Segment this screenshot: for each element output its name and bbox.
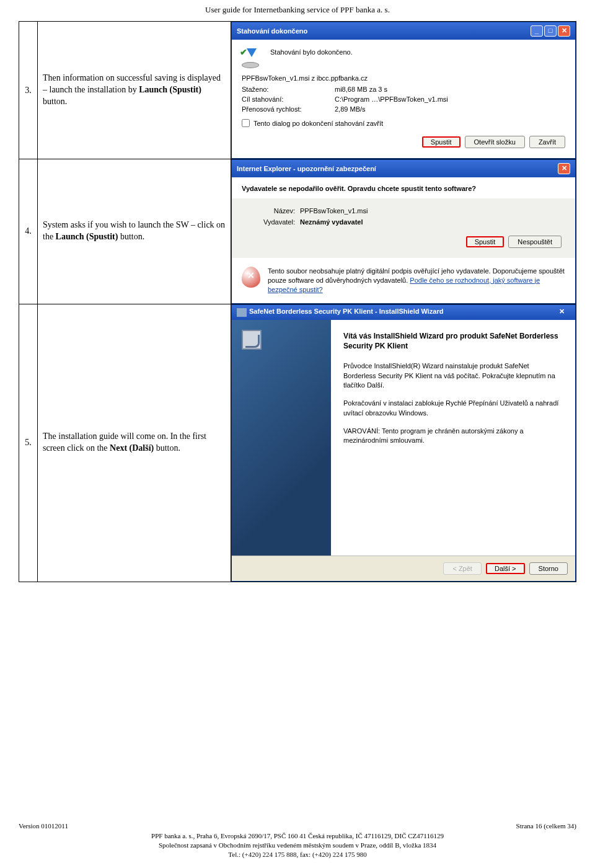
steps-table: 3. Then information on successful saving…	[19, 21, 576, 582]
label-publisher: Vydavatel:	[245, 218, 295, 226]
table-row: 4. System asks if you wish to launch the…	[19, 159, 576, 304]
dialog-title: Internet Explorer - upozornění zabezpeče…	[237, 165, 376, 172]
security-footer-text: Tento soubor neobsahuje platný digitální…	[268, 267, 565, 294]
close-icon[interactable]: ✕	[558, 163, 570, 174]
table-row: 3. Then information on successful saving…	[19, 22, 576, 159]
value-speed: 2,89 MB/s	[335, 105, 565, 113]
step-desc: System asks if you wish to launch the SW…	[38, 159, 231, 304]
download-done-message: Stahování bylo dokončeno.	[270, 48, 353, 56]
installer-icon	[237, 308, 247, 317]
footer-line: Společnost zapsaná v Obchodním rejstříku…	[0, 841, 595, 850]
close-dialog-checkbox-row[interactable]: Tento dialog po dokončení stahování zavř…	[242, 119, 565, 127]
download-complete-dialog: Stahování dokončeno _ □ ✕ ✔ Stahování by…	[231, 22, 576, 159]
next-button[interactable]: Další >	[486, 563, 525, 574]
wizard-warning: VAROVÁNÍ: Tento program je chráněn autor…	[343, 427, 563, 446]
step-screenshot: SafeNet Borderless Security PK Klient - …	[231, 304, 576, 582]
close-icon[interactable]: ✕	[558, 25, 570, 37]
back-button: < Zpět	[443, 562, 482, 575]
dialog-titlebar: Internet Explorer - upozornění zabezpeče…	[232, 160, 575, 177]
value-downloaded: mi8,68 MB za 3 s	[335, 86, 565, 93]
label-target: Cíl stahování:	[242, 95, 328, 103]
close-dialog-checkbox[interactable]	[242, 119, 250, 127]
label-speed: Přenosová rychlost:	[242, 105, 328, 113]
footer-line: Tel.: (+420) 224 175 888, fax: (+420) 22…	[0, 850, 595, 859]
shield-icon	[242, 267, 260, 288]
dont-run-button[interactable]: Nespouštět	[508, 236, 562, 248]
page-number: Strana 16 (celkem 34)	[516, 822, 576, 831]
value-name: PPFBswToken_v1.msi	[300, 207, 562, 215]
wizard-paragraph: Pokračování v instalaci zablokuje Rychlé…	[343, 399, 563, 418]
dialog-titlebar: SafeNet Borderless Security PK Klient - …	[232, 305, 575, 320]
wizard-logo-icon	[242, 330, 262, 350]
ie-security-dialog: Internet Explorer - upozornění zabezpeče…	[231, 159, 576, 304]
wizard-side-graphic	[232, 320, 331, 556]
step-screenshot: Stahování dokončeno _ □ ✕ ✔ Stahování by…	[231, 22, 576, 159]
close-dialog-label: Tento dialog po dokončení stahování zavř…	[253, 120, 383, 127]
close-button[interactable]: Zavřít	[529, 136, 565, 148]
value-target: C:\Program …\PPFBswToken_v1.msi	[335, 95, 565, 103]
step-desc: The installation guide will come on. In …	[38, 304, 231, 582]
installshield-dialog: SafeNet Borderless Security PK Klient - …	[231, 304, 576, 582]
label-downloaded: Staženo:	[242, 86, 328, 93]
step-desc: Then information on successful saving is…	[38, 22, 231, 159]
close-icon[interactable]: ✕	[559, 308, 570, 317]
maximize-icon[interactable]: □	[544, 25, 557, 37]
dialog-title: SafeNet Borderless Security PK Klient - …	[249, 308, 443, 315]
cancel-button[interactable]: Storno	[529, 562, 568, 575]
footer-line: PPF banka a. s., Praha 6, Evropská 2690/…	[0, 831, 595, 841]
run-button[interactable]: Spustit	[466, 236, 505, 247]
run-button[interactable]: Spustit	[422, 136, 461, 148]
step-screenshot: Internet Explorer - upozornění zabezpeče…	[231, 159, 576, 304]
page-header: User guide for Internetbanking service o…	[0, 0, 595, 15]
open-folder-button[interactable]: Otevřít složku	[465, 136, 525, 148]
step-number: 4.	[19, 159, 38, 304]
value-publisher: Neznámý vydavatel	[300, 218, 562, 226]
label-name: Název:	[245, 207, 295, 215]
table-row: 5. The installation guide will come on. …	[19, 304, 576, 582]
wizard-welcome: Vítá vás InstallShield Wizard pro produk…	[343, 331, 563, 352]
download-file-line: PPFBswToken_v1.msi z ibcc.ppfbanka.cz	[242, 74, 565, 82]
wizard-paragraph: Průvodce InstallShield(R) Wizard nainsta…	[343, 361, 563, 390]
dialog-title: Stahování dokončeno	[237, 27, 307, 35]
version-label: Version 01012011	[19, 822, 68, 831]
minimize-icon[interactable]: _	[531, 25, 543, 37]
step-number: 3.	[19, 22, 38, 159]
page-footer: Version 01012011 Strana 16 (celkem 34) P…	[0, 822, 595, 859]
dialog-titlebar: Stahování dokončeno _ □ ✕	[232, 22, 575, 40]
security-question: Vydavatele se nepodařilo ověřit. Opravdu…	[232, 177, 575, 198]
download-complete-icon: ✔	[242, 48, 262, 68]
step-number: 5.	[19, 304, 38, 582]
